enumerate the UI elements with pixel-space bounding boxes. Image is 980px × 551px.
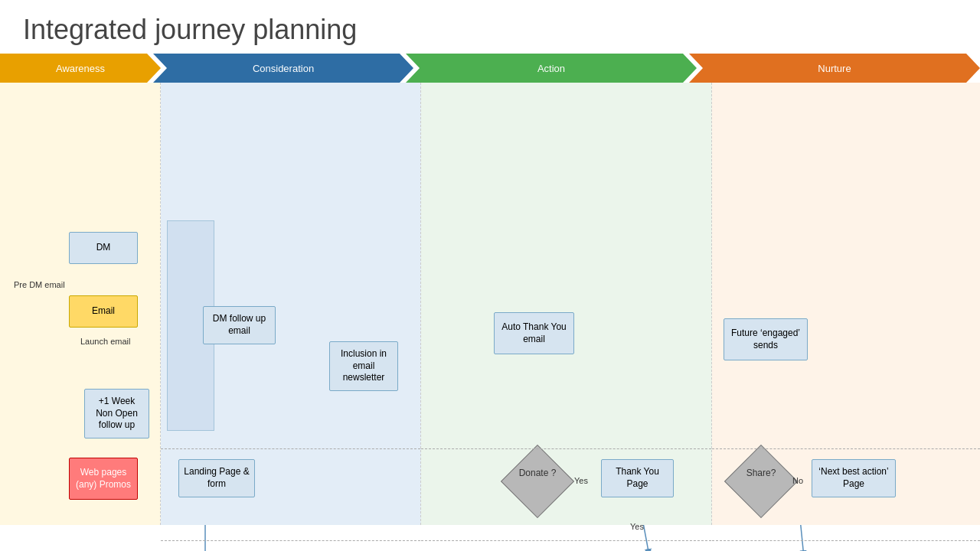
action-label: Action <box>537 63 565 74</box>
stage-nurture: Nurture <box>689 54 980 83</box>
svg-line-17 <box>643 523 649 551</box>
landing-page-label: Landing Page & form <box>184 466 250 490</box>
web-pages-label: Web pages (any) Promos <box>74 467 132 491</box>
future-engaged-box: Future ‘engaged’ sends <box>724 318 808 360</box>
stage-consideration: Consideration <box>153 54 413 83</box>
email-box: Email <box>69 295 138 328</box>
next-best-label: ‘Next best action’ Page <box>817 466 890 490</box>
landing-page-box: Landing Page & form <box>178 459 255 497</box>
auto-thankyou-label: Auto Thank You email <box>499 321 569 345</box>
share-label: Share? <box>738 468 784 480</box>
dm-follow-up-box: DM follow up email <box>203 306 276 344</box>
dm-follow-up-label: DM follow up email <box>208 313 270 337</box>
stage-action: Action <box>406 54 697 83</box>
thank-you-label: Thank You Page <box>606 466 668 490</box>
stage-bar: Awareness Consideration Action Nurture <box>0 54 980 83</box>
stage-awareness: Awareness <box>0 54 161 83</box>
yes2-label: Yes <box>630 522 644 531</box>
dashed-row-nurture-1 <box>712 448 980 449</box>
col-consideration: DM follow up email Inclusion in email ne… <box>161 83 421 525</box>
consideration-label: Consideration <box>253 63 314 74</box>
dashed-row-action-2 <box>421 540 711 541</box>
donate-diamond-wrapper: Donate ? <box>511 455 564 507</box>
week-non-open-box: +1 Week Non Open follow up <box>84 389 149 439</box>
dashed-row-nurture-2 <box>712 540 980 541</box>
next-best-box: ‘Next best action’ Page <box>812 459 896 497</box>
yes1-label: Yes <box>574 476 588 485</box>
auto-thankyou-box: Auto Thank You email <box>494 312 574 354</box>
dm-label: DM <box>96 242 111 254</box>
inclusion-box: Inclusion in email newsletter <box>329 341 398 391</box>
inclusion-label: Inclusion in email newsletter <box>335 348 393 384</box>
nurture-label: Nurture <box>818 63 851 74</box>
col-action: Auto Thank You email Donate ? Yes Thank … <box>421 83 712 525</box>
dm-box: DM <box>69 232 138 264</box>
dashed-row-2 <box>161 540 420 541</box>
email-label: Email <box>92 305 115 318</box>
launch-email-label: Launch email <box>80 337 130 346</box>
pre-dm-label: Pre DM email <box>14 280 65 289</box>
col-nurture: Future ‘engaged’ sends Share? No ‘Next b… <box>712 83 980 525</box>
col-awareness: DM Email Pre DM email Launch email +1 We… <box>0 83 161 525</box>
awareness-label: Awareness <box>56 63 105 74</box>
no1-label: No <box>792 476 803 485</box>
web-pages-box: Web pages (any) Promos <box>69 458 138 500</box>
main-area: DM Email Pre DM email Launch email +1 We… <box>0 83 980 525</box>
share-diamond-wrapper: Share? <box>735 455 787 507</box>
thank-you-box: Thank You Page <box>601 459 674 497</box>
dashed-row-action-1 <box>421 448 711 449</box>
page-title: Integrated journey planning <box>0 0 980 54</box>
future-engaged-label: Future ‘engaged’ sends <box>729 328 802 351</box>
week-non-open-label: +1 Week Non Open follow up <box>90 396 144 432</box>
donate-label: Donate ? <box>514 468 560 480</box>
dashed-row-1 <box>161 448 420 449</box>
